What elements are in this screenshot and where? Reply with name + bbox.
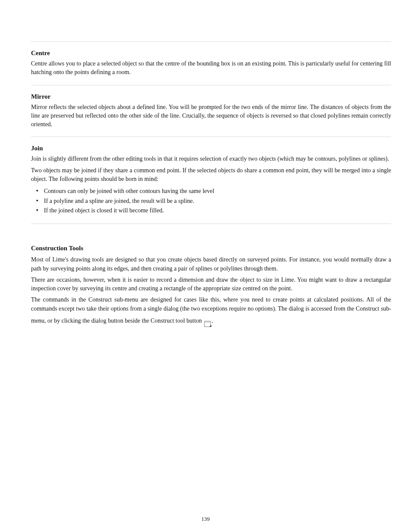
dialog-button-icon: ◢	[204, 321, 211, 327]
construction-body3-tail: .	[212, 317, 213, 324]
section-body-construction-2: There are occasions, however, when it is…	[31, 276, 391, 293]
join-bullet-item: Contours can only be joined with other c…	[39, 187, 391, 196]
section-title-join: Join	[31, 145, 391, 152]
join-bullet-list: Contours can only be joined with other c…	[31, 187, 391, 215]
section-title-centre: Centre	[31, 50, 391, 57]
page-content: Centre Centre allows you to place a sele…	[31, 26, 391, 337]
section-body-construction-1: Most of Lime's drawing tools are designe…	[31, 255, 391, 273]
section-body-join-2: Two objects may be joined if they share …	[31, 166, 391, 184]
document-page: Centre Centre allows you to place a sele…	[0, 0, 411, 532]
section-body-mirror: Mirror reflects the selected objects abo…	[31, 103, 391, 129]
section-mirror: Mirror Mirror reflects the selected obje…	[31, 85, 391, 137]
section-construction: Construction Tools Most of Lime's drawin…	[31, 224, 391, 337]
section-title-construction: Construction Tools	[31, 245, 391, 252]
section-body-centre: Centre allows you to place a selected ob…	[31, 59, 391, 77]
join-bullet-item: If a polyline and a spline are joined, t…	[39, 197, 391, 205]
section-centre: Centre Centre allows you to place a sele…	[31, 42, 391, 85]
join-bullet-item: If the joined object is closed it will b…	[39, 206, 391, 215]
construction-body3-text: The commands in the Construct sub-menu a…	[31, 296, 391, 324]
section-title-mirror: Mirror	[31, 93, 391, 100]
section-join: Join Join is slightly different from the…	[31, 137, 391, 224]
section-body-join-1: Join is slightly different from the othe…	[31, 155, 391, 163]
section-body-construction-3: The commands in the Construct sub-menu a…	[31, 296, 391, 330]
page-number: 139	[0, 516, 411, 523]
